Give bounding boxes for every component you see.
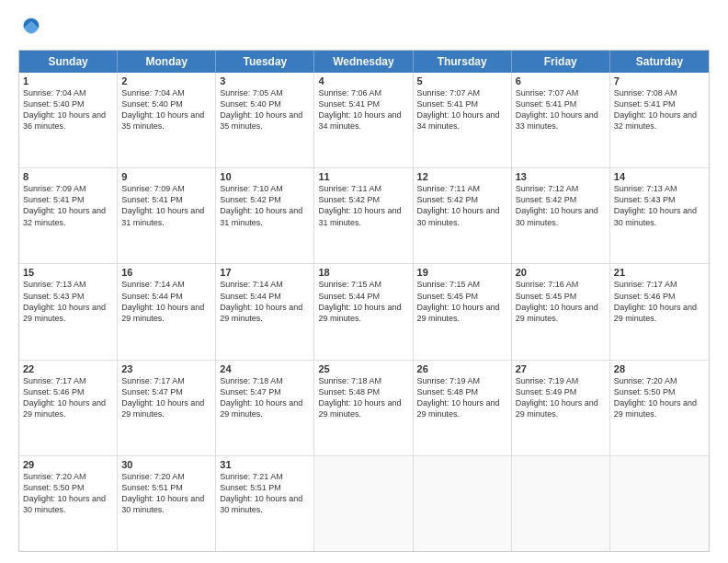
calendar-row: 8Sunrise: 7:09 AMSunset: 5:41 PMDaylight… [19, 168, 709, 264]
calendar-header-day: Friday [512, 51, 610, 73]
day-number: 7 [614, 75, 705, 86]
day-number: 16 [121, 267, 211, 278]
calendar-header-day: Tuesday [216, 51, 314, 73]
day-number: 6 [516, 75, 606, 86]
calendar-cell: 4Sunrise: 7:06 AMSunset: 5:41 PMDaylight… [314, 73, 413, 167]
calendar-body: 1Sunrise: 7:04 AMSunset: 5:40 PMDaylight… [19, 73, 709, 551]
day-info: Sunrise: 7:16 AMSunset: 5:45 PMDaylight:… [516, 279, 606, 324]
day-number: 8 [23, 171, 113, 182]
day-info: Sunrise: 7:12 AMSunset: 5:42 PMDaylight:… [516, 183, 606, 228]
calendar-cell: 11Sunrise: 7:11 AMSunset: 5:42 PMDayligh… [314, 168, 413, 263]
calendar-cell: 24Sunrise: 7:18 AMSunset: 5:47 PMDayligh… [216, 361, 314, 455]
day-info: Sunrise: 7:14 AMSunset: 5:44 PMDaylight:… [121, 279, 211, 324]
calendar-header-day: Sunday [19, 51, 118, 73]
day-info: Sunrise: 7:13 AMSunset: 5:43 PMDaylight:… [614, 183, 705, 228]
calendar-cell: 23Sunrise: 7:17 AMSunset: 5:47 PMDayligh… [118, 361, 216, 455]
day-number: 29 [23, 459, 113, 470]
day-number: 2 [121, 75, 211, 86]
calendar-cell: 6Sunrise: 7:07 AMSunset: 5:41 PMDaylight… [512, 73, 610, 167]
day-number: 24 [220, 363, 310, 374]
day-info: Sunrise: 7:15 AMSunset: 5:45 PMDaylight:… [417, 279, 507, 324]
day-info: Sunrise: 7:04 AMSunset: 5:40 PMDaylight:… [23, 87, 113, 132]
day-number: 13 [516, 171, 606, 182]
calendar-header: SundayMondayTuesdayWednesdayThursdayFrid… [19, 51, 709, 73]
day-info: Sunrise: 7:13 AMSunset: 5:43 PMDaylight:… [23, 279, 113, 324]
day-info: Sunrise: 7:15 AMSunset: 5:44 PMDaylight:… [318, 279, 408, 324]
calendar-header-day: Saturday [610, 51, 709, 73]
day-number: 23 [121, 363, 211, 374]
day-number: 4 [318, 75, 408, 86]
calendar-cell: 5Sunrise: 7:07 AMSunset: 5:41 PMDaylight… [414, 73, 512, 167]
calendar-cell: 7Sunrise: 7:08 AMSunset: 5:41 PMDaylight… [610, 73, 709, 167]
calendar-cell: 14Sunrise: 7:13 AMSunset: 5:43 PMDayligh… [610, 168, 709, 263]
day-number: 14 [614, 171, 705, 182]
day-info: Sunrise: 7:19 AMSunset: 5:48 PMDaylight:… [417, 375, 507, 420]
day-info: Sunrise: 7:05 AMSunset: 5:40 PMDaylight:… [220, 87, 310, 132]
day-info: Sunrise: 7:10 AMSunset: 5:42 PMDaylight:… [220, 183, 310, 228]
calendar-cell: 28Sunrise: 7:20 AMSunset: 5:50 PMDayligh… [610, 361, 709, 455]
calendar-cell: 16Sunrise: 7:14 AMSunset: 5:44 PMDayligh… [118, 264, 216, 359]
logo [18, 15, 48, 40]
day-info: Sunrise: 7:17 AMSunset: 5:46 PMDaylight:… [23, 375, 113, 420]
day-info: Sunrise: 7:07 AMSunset: 5:41 PMDaylight:… [417, 87, 507, 132]
day-number: 28 [614, 363, 705, 374]
day-info: Sunrise: 7:09 AMSunset: 5:41 PMDaylight:… [23, 183, 113, 228]
day-number: 11 [318, 171, 408, 182]
calendar-header-day: Monday [118, 51, 216, 73]
calendar-cell [314, 456, 413, 551]
calendar-cell [414, 456, 512, 551]
day-info: Sunrise: 7:14 AMSunset: 5:44 PMDaylight:… [220, 279, 310, 324]
day-info: Sunrise: 7:04 AMSunset: 5:40 PMDaylight:… [121, 87, 211, 132]
day-number: 15 [23, 267, 113, 278]
day-info: Sunrise: 7:20 AMSunset: 5:50 PMDaylight:… [23, 471, 113, 516]
day-info: Sunrise: 7:06 AMSunset: 5:41 PMDaylight:… [318, 87, 408, 132]
calendar-cell: 2Sunrise: 7:04 AMSunset: 5:40 PMDaylight… [118, 73, 216, 167]
calendar-cell: 30Sunrise: 7:20 AMSunset: 5:51 PMDayligh… [118, 456, 216, 551]
day-info: Sunrise: 7:17 AMSunset: 5:47 PMDaylight:… [121, 375, 211, 420]
day-info: Sunrise: 7:11 AMSunset: 5:42 PMDaylight:… [417, 183, 507, 228]
day-number: 31 [220, 459, 310, 470]
day-info: Sunrise: 7:19 AMSunset: 5:49 PMDaylight:… [516, 375, 606, 420]
calendar-cell [610, 456, 709, 551]
calendar-cell: 25Sunrise: 7:18 AMSunset: 5:48 PMDayligh… [314, 361, 413, 455]
calendar-cell: 3Sunrise: 7:05 AMSunset: 5:40 PMDaylight… [216, 73, 314, 167]
day-number: 19 [417, 267, 507, 278]
day-number: 20 [516, 267, 606, 278]
day-number: 27 [516, 363, 606, 374]
day-number: 12 [417, 171, 507, 182]
day-info: Sunrise: 7:07 AMSunset: 5:41 PMDaylight:… [516, 87, 606, 132]
day-number: 26 [417, 363, 507, 374]
calendar-cell: 20Sunrise: 7:16 AMSunset: 5:45 PMDayligh… [512, 264, 610, 359]
day-number: 22 [23, 363, 113, 374]
calendar-cell: 22Sunrise: 7:17 AMSunset: 5:46 PMDayligh… [19, 361, 118, 455]
calendar: SundayMondayTuesdayWednesdayThursdayFrid… [18, 50, 710, 552]
day-info: Sunrise: 7:08 AMSunset: 5:41 PMDaylight:… [614, 87, 705, 132]
day-number: 1 [23, 75, 113, 86]
day-number: 17 [220, 267, 310, 278]
day-number: 25 [318, 363, 408, 374]
day-number: 18 [318, 267, 408, 278]
header [18, 15, 710, 40]
day-info: Sunrise: 7:21 AMSunset: 5:51 PMDaylight:… [220, 471, 310, 516]
day-number: 9 [121, 171, 211, 182]
day-number: 5 [417, 75, 507, 86]
calendar-cell: 19Sunrise: 7:15 AMSunset: 5:45 PMDayligh… [414, 264, 512, 359]
calendar-cell: 26Sunrise: 7:19 AMSunset: 5:48 PMDayligh… [414, 361, 512, 455]
calendar-row: 29Sunrise: 7:20 AMSunset: 5:50 PMDayligh… [19, 456, 709, 551]
calendar-cell: 13Sunrise: 7:12 AMSunset: 5:42 PMDayligh… [512, 168, 610, 263]
calendar-header-day: Thursday [414, 51, 512, 73]
calendar-cell: 21Sunrise: 7:17 AMSunset: 5:46 PMDayligh… [610, 264, 709, 359]
logo-icon [18, 15, 44, 40]
calendar-cell: 9Sunrise: 7:09 AMSunset: 5:41 PMDaylight… [118, 168, 216, 263]
calendar-cell: 12Sunrise: 7:11 AMSunset: 5:42 PMDayligh… [414, 168, 512, 263]
calendar-cell: 1Sunrise: 7:04 AMSunset: 5:40 PMDaylight… [19, 73, 118, 167]
day-info: Sunrise: 7:11 AMSunset: 5:42 PMDaylight:… [318, 183, 408, 228]
calendar-row: 1Sunrise: 7:04 AMSunset: 5:40 PMDaylight… [19, 73, 709, 168]
calendar-cell: 17Sunrise: 7:14 AMSunset: 5:44 PMDayligh… [216, 264, 314, 359]
calendar-cell: 27Sunrise: 7:19 AMSunset: 5:49 PMDayligh… [512, 361, 610, 455]
calendar-cell: 10Sunrise: 7:10 AMSunset: 5:42 PMDayligh… [216, 168, 314, 263]
calendar-cell: 29Sunrise: 7:20 AMSunset: 5:50 PMDayligh… [19, 456, 118, 551]
day-number: 21 [614, 267, 705, 278]
day-info: Sunrise: 7:09 AMSunset: 5:41 PMDaylight:… [121, 183, 211, 228]
calendar-row: 22Sunrise: 7:17 AMSunset: 5:46 PMDayligh… [19, 361, 709, 456]
